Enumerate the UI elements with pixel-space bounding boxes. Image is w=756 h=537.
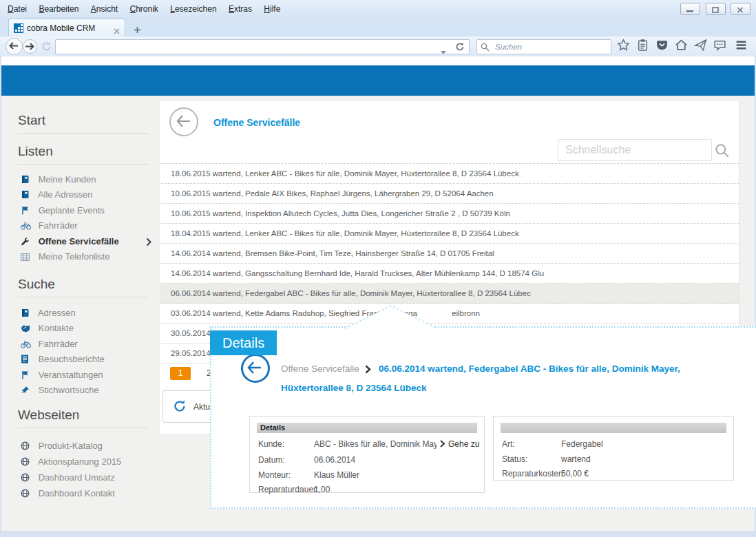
list-item-text: 10.06.2015 wartend, Inspektion Allutech … <box>171 209 510 218</box>
list-item-text: 14.06.2014 wartend, Gangsschaltung Bernh… <box>171 269 544 277</box>
browser-search-bar[interactable] <box>476 39 611 54</box>
tab-close-icon[interactable] <box>114 25 120 37</box>
sidebar-item-besuchsberichte[interactable]: Besuchsberichte <box>21 354 105 368</box>
list-item-selected[interactable]: 06.06.2014 wartend, Federgabel ABC - Bik… <box>160 284 739 304</box>
list-item[interactable]: 14.06.2014 wartend, Bremsen Bike-Point, … <box>160 244 739 264</box>
goto-link[interactable]: Gehe zu <box>440 439 479 449</box>
list-item[interactable]: 14.06.2014 wartend, Gangsschaltung Bernh… <box>160 264 739 284</box>
sidebar-item-label: Dashboard Umsatz <box>39 472 115 483</box>
pushpin-icon <box>21 386 32 397</box>
address-book-icon <box>21 308 32 319</box>
field-value: Federgabel <box>561 439 603 449</box>
popup-callout-arrow <box>342 303 440 330</box>
cobra-favicon-icon <box>14 23 23 33</box>
menu-lesezeichen[interactable]: Lesezeichen <box>165 0 221 18</box>
plus-icon <box>134 26 141 34</box>
navigation-toolbar <box>0 36 756 57</box>
browser-back-button[interactable] <box>6 38 23 55</box>
browser-search-input[interactable] <box>494 41 607 53</box>
breadcrumb-current-line1: 06.06.2014 wartend, Federgabel ABC - Bik… <box>379 364 680 374</box>
quick-search-field[interactable] <box>558 139 712 161</box>
menu-hilfe[interactable]: Hilfe <box>259 0 285 18</box>
menu-bearbeiten[interactable]: Bearbeiten <box>34 0 83 18</box>
url-input[interactable] <box>60 41 434 53</box>
sidebar-item-fahrraeder[interactable]: Fahrräder <box>21 220 78 234</box>
forward-arrow-icon <box>25 43 34 50</box>
address-book-icon <box>21 175 32 186</box>
list-item-text: 18.06.2015 wartend, Lenker ABC - Bikes f… <box>171 169 519 178</box>
reading-list-icon[interactable] <box>634 39 651 55</box>
chat-icon[interactable] <box>711 39 728 55</box>
sidebar-item-label: Dashboard Kontakt <box>39 488 115 498</box>
details-tag: Details <box>210 330 277 355</box>
back-button[interactable] <box>169 107 198 136</box>
menubar: Datei Bearbeiten Ansicht Chronik Lesezei… <box>3 0 285 18</box>
maximize-button[interactable] <box>706 3 726 15</box>
sidebar-heading-start[interactable]: Start <box>18 113 149 134</box>
menu-datei[interactable]: Datei <box>3 0 32 18</box>
sidebar-item-aktionsplanung[interactable]: Aktionsplanung 2015 <box>21 456 121 470</box>
reload-icon[interactable] <box>455 42 465 54</box>
field-value: Klaus Müller <box>314 470 359 480</box>
sidebar-item-offene-servicefaelle[interactable]: Offene Servicefälle <box>21 236 119 250</box>
bicycle-icon <box>21 340 32 350</box>
field-value: 1,00 <box>314 485 330 494</box>
back-arrow-icon <box>176 114 192 128</box>
browser-forward-button[interactable] <box>23 39 37 54</box>
list-item[interactable]: 18.04.2015 wartend, Lenker ABC - Bikes f… <box>160 224 739 244</box>
menu-chronik[interactable]: Chronik <box>125 0 163 18</box>
new-tab-button[interactable] <box>128 21 146 38</box>
sidebar-item-meine-telefonliste[interactable]: Meine Telefonliste <box>21 251 109 265</box>
goto-label: Gehe zu <box>448 439 479 449</box>
field-label: Reparaturdauer: <box>258 485 318 494</box>
list-item[interactable]: 10.06.2015 wartend, Pedale AIX Bikes, Ra… <box>160 184 739 204</box>
pocket-icon[interactable] <box>653 39 670 55</box>
sidebar-item-label: Produkt-Katalog <box>39 441 103 451</box>
globe-icon <box>21 489 32 500</box>
search-icon <box>481 43 490 52</box>
sidebar-item-geplante-events[interactable]: Geplante Events <box>21 205 105 219</box>
list-item[interactable]: 10.06.2015 wartend, Inspektion Allutech … <box>160 204 739 224</box>
sidebar-item-fahrraeder-suche[interactable]: Fahrräder <box>21 339 78 352</box>
list-item[interactable]: 03.06.2014 wartend, Kette Adams Radshop,… <box>160 304 739 324</box>
window-controls <box>678 3 750 15</box>
breadcrumb-parent[interactable]: Offene Servicefälle <box>281 364 359 374</box>
sidebar-item-produkt-katalog[interactable]: Produkt-Katalog <box>21 441 103 454</box>
contact-icon <box>21 324 32 335</box>
sidebar-item-dashboard-umsatz[interactable]: Dashboard Umsatz <box>21 472 115 486</box>
info-panel: Art: Federgabel Status: wartend Reparatu… <box>493 416 734 481</box>
sidebar-item-alle-adressen[interactable]: Alle Adressen <box>21 189 92 203</box>
menu-ansicht[interactable]: Ansicht <box>86 0 123 18</box>
sidebar-item-dashboard-kontakt[interactable]: Dashboard Kontakt <box>21 488 115 502</box>
tab-cobra-mobile-crm[interactable]: cobra Mobile CRM <box>8 19 125 37</box>
popup-back-button[interactable] <box>241 354 270 383</box>
globe-icon <box>21 441 32 452</box>
page-title: Offene Servicefälle <box>213 117 300 128</box>
sidebar-item-veranstaltungen[interactable]: Veranstaltungen <box>21 370 103 383</box>
quick-search-input[interactable] <box>564 142 708 158</box>
url-bar[interactable] <box>55 39 470 54</box>
report-icon <box>21 355 32 366</box>
back-arrow-icon <box>9 42 19 50</box>
sidebar-item-meine-kunden[interactable]: Meine Kunden <box>21 174 96 188</box>
field-label: Kunde: <box>258 439 284 449</box>
sidebar-item-adressen[interactable]: Adressen <box>21 308 76 322</box>
menu-extras[interactable]: Extras <box>224 0 257 18</box>
sidebar-heading-webseiten: Webseiten <box>18 408 149 428</box>
minimize-button[interactable] <box>680 3 700 15</box>
magnifier-icon[interactable] <box>714 143 731 162</box>
close-button[interactable] <box>731 3 750 15</box>
list-item[interactable]: 18.06.2015 wartend, Lenker ABC - Bikes f… <box>160 164 739 184</box>
sidebar-item-label: Veranstaltungen <box>39 370 103 380</box>
list-item-text: 14.06.2014 wartend, Bremsen Bike-Point, … <box>171 249 494 257</box>
sidebar-item-stichwortsuche[interactable]: Stichwortsuche <box>21 385 99 399</box>
details-panel-header: Details <box>257 423 477 433</box>
reload-disabled-icon <box>41 41 52 54</box>
home-icon[interactable] <box>673 39 689 55</box>
menu-hamburger-icon[interactable] <box>733 39 749 55</box>
sidebar-item-label: Geplante Events <box>39 205 105 215</box>
pagination-page-1[interactable]: 1 <box>170 367 191 380</box>
bookmark-star-icon[interactable] <box>615 39 631 55</box>
sidebar-item-kontakte[interactable]: Kontakte <box>21 323 74 337</box>
send-to-device-icon[interactable] <box>692 39 708 55</box>
